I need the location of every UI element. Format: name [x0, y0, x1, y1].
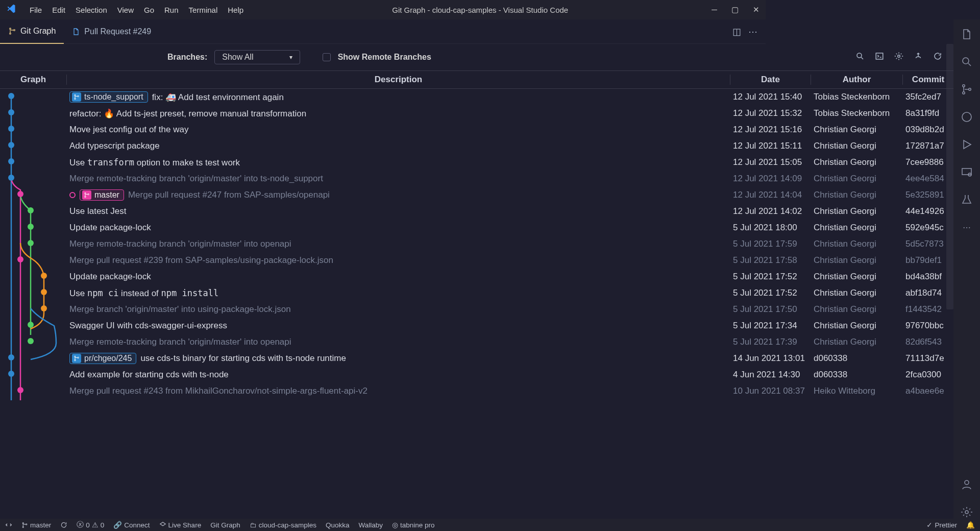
commit-message: Merge remote-tracking branch 'origin/mas…: [69, 239, 291, 249]
commit-message: Update package-lock: [69, 272, 151, 282]
svg-point-41: [75, 359, 76, 361]
commit-row[interactable]: pr/chgeo/245use cds-ts binary for starti…: [0, 350, 766, 367]
tabbar: Git GraphPull Request #249 ◫ ⋯: [0, 19, 766, 44]
column-graph: Graph: [0, 75, 66, 85]
commit-message: Move jest config out of the way: [69, 125, 188, 135]
commit-message: use cds-ts binary for starting cds with …: [140, 353, 346, 364]
column-description: Description: [66, 75, 730, 85]
column-date: Date: [730, 75, 766, 85]
titlebar: FileEditSelectionViewGoRunTerminalHelp G…: [0, 0, 766, 19]
branches-filter-value: Show All: [222, 53, 253, 62]
commit-message: Add example for starting cds with ts-nod…: [69, 370, 229, 380]
commit-row[interactable]: Use latest Jest12 Jul 2021 14:02Christia…: [0, 203, 766, 220]
commit-date: 5 Jul 2021 17:52: [730, 288, 766, 298]
menu-file[interactable]: File: [24, 4, 47, 16]
tab-1[interactable]: Pull Request #249: [64, 19, 159, 44]
commit-message: Merge pull request #247 from SAP-samples…: [128, 190, 330, 200]
commit-date: 5 Jul 2021 17:39: [730, 337, 766, 347]
menu-run[interactable]: Run: [159, 4, 184, 16]
commit-row[interactable]: Update package-lock5 Jul 2021 17:52Chris…: [0, 269, 766, 285]
commit-row[interactable]: ts-node_supportfix: 🚑 Add test environme…: [0, 89, 766, 105]
commit-message: Update package-lock: [69, 223, 151, 233]
commit-message: Merge remote-tracking branch 'origin/mas…: [69, 174, 323, 184]
menu-edit[interactable]: Edit: [47, 4, 70, 16]
commit-date: 12 Jul 2021 15:11: [730, 141, 766, 151]
commit-row[interactable]: Merge pull request #239 from SAP-samples…: [0, 252, 766, 269]
split-editor-icon[interactable]: ◫: [732, 26, 741, 37]
commit-message: Use latest Jest: [69, 206, 127, 216]
branch-tag[interactable]: ts-node_support: [69, 91, 148, 103]
git-graph-toolbar: Branches: Show All ▾ Show Remote Branche…: [0, 44, 766, 70]
menu-view[interactable]: View: [112, 4, 139, 16]
commit-row[interactable]: masterMerge pull request #247 from SAP-s…: [0, 187, 766, 203]
svg-point-38: [85, 196, 86, 198]
minimize-icon[interactable]: ─: [712, 5, 717, 14]
commit-date: 12 Jul 2021 14:02: [730, 206, 766, 216]
commit-row[interactable]: Merge pull request #243 from MikhailGonc…: [0, 383, 766, 399]
head-ring-icon: [69, 192, 76, 198]
tab-0[interactable]: Git Graph: [0, 19, 64, 44]
svg-point-39: [88, 194, 89, 195]
commit-message: refactor: 🔥 Add ts-jest preset, remove m…: [69, 108, 306, 119]
svg-point-0: [10, 28, 11, 30]
commit-row[interactable]: Add typescript package12 Jul 2021 15:11C…: [0, 138, 766, 154]
svg-point-34: [75, 94, 76, 96]
app-menu: FileEditSelectionViewGoRunTerminalHelp: [24, 4, 249, 16]
commit-date: 12 Jul 2021 14:04: [730, 190, 766, 200]
commit-date: 14 Jun 2021 13:01: [730, 353, 766, 364]
commit-message: fix: 🚑 Add test environment again: [152, 92, 284, 103]
branches-dropdown[interactable]: Show All ▾: [214, 50, 300, 64]
svg-point-35: [75, 98, 76, 100]
commit-date: 12 Jul 2021 15:05: [730, 157, 766, 167]
branch-tag[interactable]: pr/chgeo/245: [69, 353, 136, 364]
svg-point-40: [75, 356, 76, 357]
commit-message: Use transform option to make ts test wor…: [69, 157, 240, 168]
commit-date: 12 Jul 2021 15:40: [730, 92, 766, 102]
menu-selection[interactable]: Selection: [70, 4, 112, 16]
menu-go[interactable]: Go: [139, 4, 159, 16]
git-graph-panel: Branches: Show All ▾ Show Remote Branche…: [0, 44, 766, 415]
branch-tag[interactable]: master: [80, 189, 124, 201]
commit-message: Swagger UI with cds-swagger-ui-express: [69, 321, 227, 331]
branches-label: Branches:: [167, 53, 207, 62]
commit-message: Use npm ci instead of npm install: [69, 288, 218, 299]
commit-table-header: Graph Description Date Author Commit: [0, 70, 766, 89]
branch-icon: [72, 354, 81, 363]
commit-date: 5 Jul 2021 17:52: [730, 272, 766, 282]
branch-icon: [82, 190, 91, 200]
menu-terminal[interactable]: Terminal: [184, 4, 223, 16]
maximize-icon[interactable]: ▢: [731, 5, 739, 14]
commit-row[interactable]: Merge remote-tracking branch 'origin/mas…: [0, 334, 766, 350]
close-icon[interactable]: ✕: [753, 5, 760, 14]
more-icon[interactable]: ⋯: [748, 26, 757, 37]
show-remote-label: Show Remote Branches: [338, 53, 431, 62]
commit-row[interactable]: Use transform option to make ts test wor…: [0, 154, 766, 171]
svg-point-36: [78, 95, 79, 97]
git-icon: [8, 27, 16, 35]
commit-row[interactable]: Update package-lock5 Jul 2021 18:00Chris…: [0, 220, 766, 236]
commit-date: 12 Jul 2021 15:32: [730, 108, 766, 118]
commit-row[interactable]: Add example for starting cds with ts-nod…: [0, 367, 766, 383]
branch-icon: [72, 92, 81, 102]
commit-row[interactable]: Merge branch 'origin/master' into using-…: [0, 301, 766, 318]
menu-help[interactable]: Help: [223, 4, 249, 16]
commit-date: 12 Jul 2021 15:16: [730, 125, 766, 135]
commit-row[interactable]: Swagger UI with cds-swagger-ui-express5 …: [0, 318, 766, 334]
commit-message: Merge branch 'origin/master' into using-…: [69, 304, 291, 315]
svg-point-42: [78, 357, 79, 358]
commit-row[interactable]: Merge remote-tracking branch 'origin/mas…: [0, 171, 766, 187]
show-remote-checkbox[interactable]: [323, 53, 331, 61]
commit-row[interactable]: refactor: 🔥 Add ts-jest preset, remove m…: [0, 105, 766, 122]
window-title: Git Graph - cloud-cap-samples - Visual S…: [249, 6, 712, 14]
commit-row[interactable]: Move jest config out of the way12 Jul 20…: [0, 122, 766, 138]
commit-date: 4 Jun 2021 14:30: [730, 370, 766, 380]
commit-row[interactable]: Merge remote-tracking branch 'origin/mas…: [0, 236, 766, 252]
commit-date: 5 Jul 2021 17:58: [730, 255, 766, 266]
commit-date: 10 Jun 2021 08:37: [730, 386, 766, 396]
tab-label: Git Graph: [20, 27, 56, 36]
commit-list: ts-node_supportfix: 🚑 Add test environme…: [0, 89, 766, 415]
commit-date: 5 Jul 2021 17:50: [730, 304, 766, 315]
tab-label: Pull Request #249: [84, 27, 151, 36]
commit-row[interactable]: Use npm ci instead of npm install5 Jul 2…: [0, 285, 766, 301]
commit-date: 5 Jul 2021 17:34: [730, 321, 766, 331]
